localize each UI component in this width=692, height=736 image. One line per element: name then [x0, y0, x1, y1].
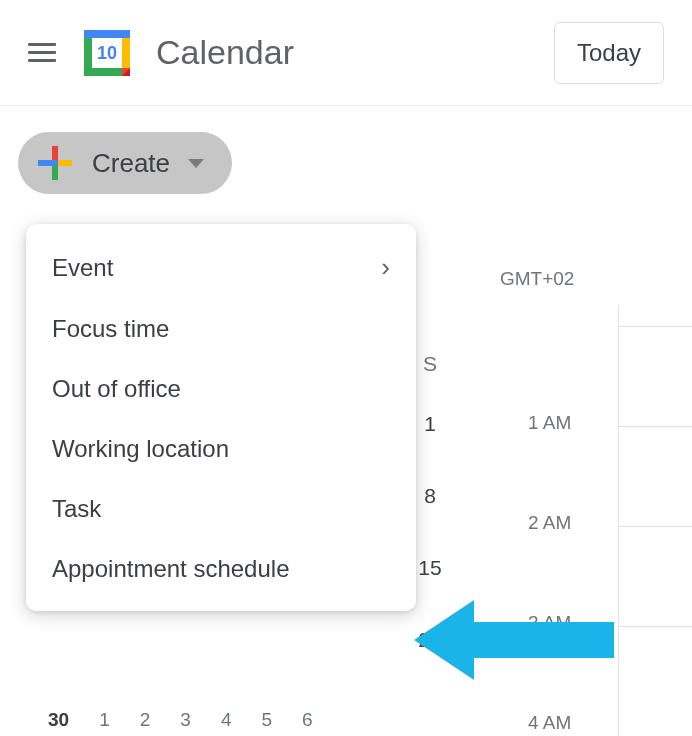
mini-date[interactable]: 5 — [261, 709, 272, 731]
svg-rect-12 — [57, 160, 72, 166]
mini-date[interactable]: 2 — [140, 709, 151, 731]
time-label: 2 AM — [528, 512, 571, 534]
svg-rect-9 — [52, 146, 58, 161]
create-label: Create — [92, 148, 170, 179]
chevron-down-icon — [188, 159, 204, 168]
today-button[interactable]: Today — [554, 22, 664, 84]
calendar-logo: 10 — [78, 24, 136, 82]
app-title: Calendar — [156, 33, 554, 72]
mini-date[interactable]: 4 — [221, 709, 232, 731]
date-cell[interactable]: 1 — [416, 412, 444, 436]
svg-marker-14 — [414, 600, 614, 680]
svg-rect-5 — [84, 30, 130, 38]
menu-item-label: Out of office — [52, 375, 181, 403]
menu-item-focus-time[interactable]: Focus time — [26, 299, 416, 359]
mini-date[interactable]: 6 — [302, 709, 313, 731]
grid-line — [618, 305, 619, 736]
header: 10 Calendar Today — [0, 0, 692, 106]
menu-item-label: Appointment schedule — [52, 555, 290, 583]
svg-rect-10 — [52, 165, 58, 180]
annotation-arrow-icon — [414, 590, 614, 694]
mini-date[interactable]: 30 — [48, 709, 69, 731]
date-cell[interactable]: 8 — [416, 484, 444, 508]
timezone-label: GMT+02 — [500, 268, 574, 290]
grid-line — [618, 326, 692, 327]
mini-date[interactable]: 3 — [180, 709, 191, 731]
menu-item-working-location[interactable]: Working location — [26, 419, 416, 479]
plus-icon — [36, 144, 74, 182]
time-label: 1 AM — [528, 412, 571, 434]
menu-item-task[interactable]: Task — [26, 479, 416, 539]
day-header: S — [418, 352, 442, 376]
time-label: 4 AM — [528, 712, 571, 734]
mini-calendar-row: 30 1 2 3 4 5 6 — [48, 709, 313, 731]
menu-item-out-of-office[interactable]: Out of office — [26, 359, 416, 419]
menu-item-appointment-schedule[interactable]: Appointment schedule — [26, 539, 416, 599]
menu-item-label: Task — [52, 495, 101, 523]
date-cell[interactable]: 15 — [416, 556, 444, 580]
grid-line — [618, 626, 692, 627]
svg-rect-11 — [38, 160, 53, 166]
mini-date[interactable]: 1 — [99, 709, 110, 731]
grid-line — [618, 426, 692, 427]
create-button[interactable]: Create — [18, 132, 232, 194]
menu-item-label: Working location — [52, 435, 229, 463]
menu-item-label: Focus time — [52, 315, 169, 343]
svg-text:10: 10 — [97, 43, 117, 63]
menu-item-label: Event — [52, 254, 113, 282]
chevron-right-icon: › — [381, 252, 390, 283]
create-menu: Event › Focus time Out of office Working… — [26, 224, 416, 611]
svg-rect-13 — [52, 160, 58, 166]
main-menu-icon[interactable] — [28, 39, 56, 67]
main-area: Create Event › Focus time Out of office … — [0, 106, 692, 194]
menu-item-event[interactable]: Event › — [26, 236, 416, 299]
grid-line — [618, 526, 692, 527]
